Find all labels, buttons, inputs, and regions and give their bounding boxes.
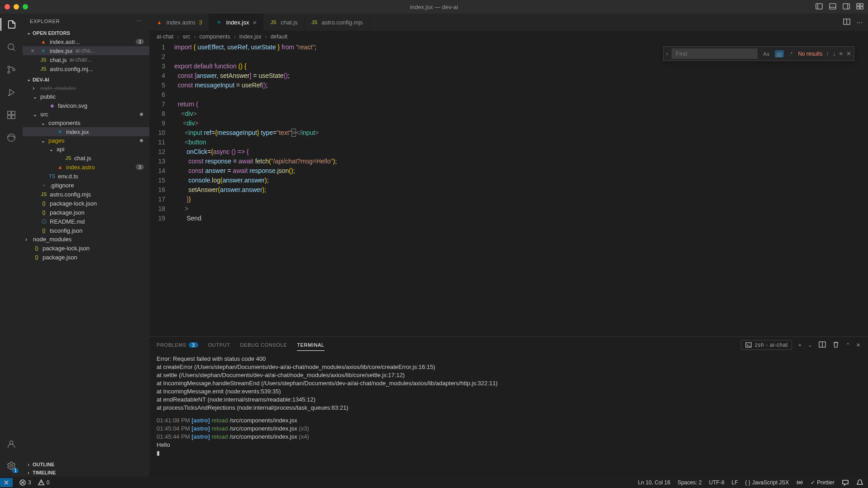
notifications-icon[interactable] — [856, 479, 863, 486]
layout-sidebar-left-icon[interactable] — [816, 3, 823, 11]
settings-gear-icon[interactable]: 1 — [5, 459, 18, 472]
match-whole-word-icon[interactable]: ab — [775, 50, 784, 57]
find-input[interactable] — [672, 48, 758, 59]
code-line[interactable]: 15 console.log(answer.answer); — [149, 176, 868, 185]
minimize-window[interactable] — [14, 4, 19, 10]
go-live-icon[interactable] — [796, 479, 803, 486]
code-line[interactable]: 17 }} — [149, 195, 868, 204]
folder-src[interactable]: ⌄ src — [23, 110, 149, 119]
file-tsconfig.json[interactable]: {} tsconfig.json — [23, 226, 149, 235]
code-line[interactable]: 6 — [149, 90, 868, 100]
maximize-window[interactable] — [23, 4, 28, 10]
split-editor-icon[interactable] — [843, 18, 850, 27]
warnings-count[interactable]: 0 — [38, 479, 50, 486]
regex-icon[interactable]: .* — [787, 50, 794, 57]
code-line[interactable]: 4 const [answer, setAnswer] = useState()… — [149, 71, 868, 81]
remote-indicator[interactable] — [0, 478, 13, 487]
panel-tab-debug console[interactable]: DEBUG CONSOLE — [240, 340, 287, 350]
code-line[interactable]: 3export default function () { — [149, 62, 868, 71]
breadcrumb-item[interactable]: components — [200, 33, 230, 40]
split-terminal-icon[interactable] — [819, 341, 826, 349]
tab-more-icon[interactable]: ⋯ — [857, 19, 863, 26]
accounts-icon[interactable] — [5, 438, 18, 450]
terminal-selector[interactable]: zsh - ai-chat — [741, 340, 792, 350]
folder-public[interactable]: ⌄ public — [23, 92, 149, 101]
outline-header[interactable]: ›OUTLINE — [23, 460, 149, 469]
code-line[interactable]: 16 setAnswer(answer.answer); — [149, 185, 868, 195]
close-panel-icon[interactable]: ✕ — [856, 342, 861, 348]
cursor-position[interactable]: Ln 10, Col 16 — [638, 479, 670, 486]
close-editor-icon[interactable]: × — [31, 47, 37, 54]
edge-tools-icon[interactable] — [5, 131, 18, 144]
sidebar-more-icon[interactable]: ⋯ — [137, 18, 142, 24]
extensions-icon[interactable] — [5, 109, 18, 121]
open-editor-item[interactable]: × ⚛ index.jsx ai-cha... — [23, 46, 149, 55]
code-line[interactable]: 7 return ( — [149, 100, 868, 109]
breadcrumb-item[interactable]: src — [183, 33, 191, 40]
folder-pages[interactable]: ⌄ pages — [23, 136, 149, 145]
run-debug-icon[interactable] — [5, 86, 18, 99]
folder-node_modules[interactable]: › node_modules — [23, 235, 149, 244]
tab-index.jsx[interactable]: ⚛index.jsx × — [209, 14, 263, 31]
language-mode[interactable]: { } JavaScript JSX — [745, 479, 789, 486]
feedback-icon[interactable] — [842, 479, 849, 486]
timeline-header[interactable]: ›TIMELINE — [23, 469, 149, 477]
find-expand-icon[interactable]: › — [666, 50, 668, 57]
search-icon[interactable] — [5, 41, 18, 53]
code-line[interactable]: 8 <div> — [149, 109, 868, 119]
find-close-icon[interactable]: ✕ — [846, 50, 851, 57]
open-editor-item[interactable]: JS astro.config.mj... — [23, 64, 149, 73]
source-control-icon[interactable] — [5, 63, 18, 76]
file-package.json[interactable]: {} package.json — [23, 208, 149, 217]
close-window[interactable] — [5, 4, 10, 10]
file-package.json[interactable]: {} package.json — [23, 253, 149, 262]
panel-tab-terminal[interactable]: TERMINAL — [297, 340, 324, 351]
folder-node_modules[interactable]: › node_modules — [23, 84, 149, 92]
explorer-icon[interactable] — [0, 18, 22, 31]
code-line[interactable]: 14 const answer = await response.json(); — [149, 166, 868, 176]
breadcrumb[interactable]: ai-chat›src›components›index.jsx›default — [149, 31, 868, 43]
file-astro.config.mjs[interactable]: JS astro.config.mjs — [23, 190, 149, 199]
file-index.astro[interactable]: ▲ index.astro 3 — [23, 163, 149, 172]
terminal-dropdown-icon[interactable]: ⌄ — [808, 342, 812, 348]
terminal[interactable]: Error: Request failed with status code 4… — [149, 353, 868, 477]
file-package-lock.json[interactable]: {} package-lock.json — [23, 244, 149, 253]
new-terminal-icon[interactable]: + — [798, 342, 801, 348]
file-chat.js[interactable]: JS chat.js — [23, 153, 149, 163]
find-next-icon[interactable]: ↓ — [833, 50, 836, 57]
code-line[interactable]: 12 onClick={async () => { — [149, 147, 868, 157]
open-editor-item[interactable]: JS chat.js ai-chat/... — [23, 55, 149, 64]
breadcrumb-item[interactable]: ai-chat — [157, 33, 174, 40]
code-line[interactable]: 13 const response = await fetch("/api/ch… — [149, 157, 868, 166]
folder-components[interactable]: ⌄ components — [23, 119, 149, 127]
layout-customize-icon[interactable] — [856, 3, 863, 11]
tab-astro.config.mjs[interactable]: JSastro.config.mjs — [305, 14, 370, 31]
open-editors-header[interactable]: ⌄OPEN EDITORS — [23, 29, 149, 37]
open-editor-item[interactable]: ▲ index.astr... 3 — [23, 37, 149, 46]
breadcrumb-item[interactable]: index.jsx — [239, 33, 262, 40]
file-README.md[interactable]: ⓘ README.md — [23, 217, 149, 226]
tab-chat.js[interactable]: JSchat.js — [263, 14, 305, 31]
errors-count[interactable]: 3 — [19, 479, 31, 486]
file-env.d.ts[interactable]: TS env.d.ts — [23, 172, 149, 181]
kill-terminal-icon[interactable] — [832, 341, 839, 349]
code-line[interactable]: 10 <input ref={messageInput} type="text"… — [149, 128, 868, 138]
close-tab-icon[interactable]: × — [253, 19, 257, 26]
encoding[interactable]: UTF-8 — [709, 479, 725, 486]
prettier-status[interactable]: ✓ Prettier — [811, 479, 835, 486]
code-line[interactable]: 11 <button — [149, 138, 868, 147]
match-case-icon[interactable]: Aa — [761, 50, 771, 57]
panel-tab-problems[interactable]: PROBLEMS3 — [157, 340, 198, 350]
maximize-panel-icon[interactable]: ⌃ — [846, 342, 850, 348]
file-package-lock.json[interactable]: {} package-lock.json — [23, 199, 149, 208]
code-line[interactable]: 5 const messageInput = useRef(); — [149, 81, 868, 90]
file-index.jsx[interactable]: ⚛ index.jsx — [23, 127, 149, 136]
file-.gitignore[interactable]: ◦ .gitignore — [23, 181, 149, 190]
project-header[interactable]: ⌄DEV-AI — [23, 75, 149, 84]
code-line[interactable]: 19 Send — [149, 214, 868, 223]
breadcrumb-item[interactable]: default — [271, 33, 288, 40]
code-line[interactable]: 18 > — [149, 204, 868, 214]
code-editor[interactable]: 1import { useEffect, useRef, useState } … — [149, 43, 868, 336]
layout-panel-icon[interactable] — [829, 3, 836, 11]
folder-api[interactable]: ⌄ api — [23, 145, 149, 153]
